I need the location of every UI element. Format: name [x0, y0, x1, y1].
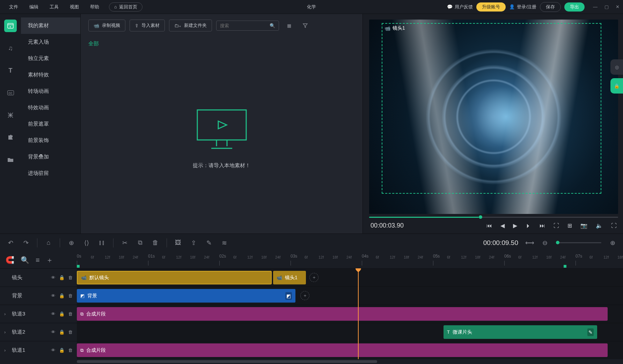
- category-item[interactable]: 前景遮罩: [21, 116, 80, 132]
- ruler-marker[interactable]: [564, 265, 566, 268]
- visibility-icon[interactable]: 👁: [51, 311, 56, 317]
- lock-icon[interactable]: 🔒: [59, 329, 65, 335]
- lock-icon[interactable]: 🔒: [59, 348, 65, 353]
- clip[interactable]: 📹默认镜头: [77, 271, 272, 284]
- grid-view-icon[interactable]: ▦: [283, 20, 295, 31]
- target-tool-icon[interactable]: ◎: [610, 59, 623, 75]
- rail-pattern-icon[interactable]: [4, 109, 17, 121]
- search-icon[interactable]: 🔍: [270, 23, 275, 28]
- expand-icon[interactable]: ›: [4, 348, 8, 353]
- category-item[interactable]: 转场动画: [21, 83, 80, 99]
- track-content[interactable]: 📹默认镜头📹镜头1＋: [77, 269, 623, 287]
- import-button[interactable]: ⇧导入素材: [130, 20, 165, 31]
- clip-end-icon[interactable]: ◩: [285, 292, 292, 300]
- visibility-icon[interactable]: 👁: [51, 275, 56, 280]
- crop-icon[interactable]: ✂: [120, 239, 129, 247]
- redo-icon[interactable]: ↷: [22, 239, 30, 247]
- fit-width-icon[interactable]: ⟷: [525, 239, 534, 247]
- category-item[interactable]: 独立元素: [21, 50, 80, 67]
- marker-icon[interactable]: ⌂: [44, 239, 53, 246]
- upgrade-button[interactable]: 升级账号: [476, 2, 506, 12]
- snapshot-icon[interactable]: 📷: [580, 222, 587, 229]
- grid-icon[interactable]: ⊞: [567, 222, 572, 229]
- fit-icon[interactable]: ⛶: [554, 223, 559, 229]
- login-button[interactable]: 👤 登录/注册: [509, 4, 536, 10]
- filter-all[interactable]: 全部: [88, 40, 99, 46]
- clip-end-icon[interactable]: ✎: [587, 328, 594, 336]
- track-settings-icon[interactable]: ≡: [36, 256, 40, 264]
- filter-icon[interactable]: [299, 20, 311, 31]
- save-button[interactable]: 保存: [540, 2, 561, 12]
- track-content[interactable]: ⧉合成片段: [77, 305, 623, 323]
- undo-icon[interactable]: ↶: [6, 239, 15, 247]
- preview-canvas[interactable]: 📹镜头1: [369, 20, 618, 214]
- trash-icon[interactable]: 🗑: [68, 329, 73, 335]
- clip[interactable]: ⧉合成片段: [77, 343, 608, 357]
- export-clip-icon[interactable]: ⇪: [189, 239, 198, 247]
- visibility-icon[interactable]: 👁: [51, 293, 56, 298]
- search-track-icon[interactable]: 🔍: [21, 256, 29, 264]
- magnet-icon[interactable]: 🧲: [6, 256, 14, 264]
- feedback-button[interactable]: 💬 用户反馈: [447, 4, 473, 10]
- visibility-icon[interactable]: 👁: [51, 348, 56, 353]
- zoom-handle[interactable]: [556, 241, 559, 244]
- add-track-icon[interactable]: ＋: [46, 255, 53, 265]
- trash-icon[interactable]: 🗑: [68, 275, 73, 280]
- lock-icon[interactable]: 🔒: [59, 311, 65, 317]
- home-button[interactable]: ⌂ 返回首页: [109, 2, 142, 12]
- rail-folder-icon[interactable]: [4, 154, 17, 166]
- menu-file[interactable]: 文件: [3, 2, 24, 12]
- track-content[interactable]: ◩背景◩＋: [77, 287, 623, 305]
- scroll-thumb[interactable]: [77, 360, 377, 363]
- clip[interactable]: 📹镜头1: [273, 271, 306, 284]
- lock-tool-icon[interactable]: 🔒: [610, 78, 623, 94]
- menu-edit[interactable]: 编辑: [24, 2, 44, 12]
- category-item[interactable]: 素材特效: [21, 67, 80, 83]
- scrub-bar[interactable]: [369, 217, 618, 218]
- volume-icon[interactable]: 🔈: [596, 222, 603, 229]
- trash-icon[interactable]: 🗑: [68, 311, 73, 317]
- zoom-in-icon[interactable]: ⊕: [608, 239, 617, 247]
- locate-icon[interactable]: ⊕: [67, 239, 75, 247]
- visibility-icon[interactable]: 👁: [51, 329, 56, 335]
- rail-music-icon[interactable]: ♫: [4, 42, 17, 54]
- menu-tools[interactable]: 工具: [44, 2, 64, 12]
- track-content[interactable]: T微课片头✎: [77, 323, 623, 341]
- selection-box[interactable]: 📹镜头1: [382, 23, 601, 194]
- search-input[interactable]: [220, 23, 267, 28]
- category-item[interactable]: 元素入场: [21, 34, 80, 50]
- record-button[interactable]: 📹录制视频: [88, 20, 125, 31]
- minimize-icon[interactable]: —: [593, 4, 598, 9]
- menu-view[interactable]: 视图: [64, 2, 85, 12]
- rail-caption-icon[interactable]: cc: [4, 87, 17, 99]
- rail-text-icon[interactable]: T: [4, 64, 17, 77]
- image-icon[interactable]: 🖼: [174, 239, 182, 246]
- track-content[interactable]: ⧉合成片段: [77, 341, 623, 359]
- expand-icon[interactable]: ›: [4, 329, 8, 335]
- rail-media-icon[interactable]: [4, 20, 17, 32]
- next-frame-icon[interactable]: ⏵: [526, 223, 531, 229]
- bracket-icon[interactable]: ⟨⟩: [82, 239, 91, 247]
- expand-icon[interactable]: ›: [4, 311, 8, 317]
- trash-icon[interactable]: 🗑: [68, 348, 73, 353]
- add-clip-button[interactable]: ＋: [309, 273, 318, 282]
- fullscreen-icon[interactable]: ⛶: [611, 223, 617, 229]
- close-icon[interactable]: ✕: [616, 4, 620, 9]
- clip[interactable]: T微课片头✎: [444, 325, 597, 339]
- copy-icon[interactable]: ⧉: [136, 239, 144, 246]
- rail-puzzle-icon[interactable]: [4, 131, 17, 144]
- ruler-marker[interactable]: [77, 265, 80, 268]
- category-item[interactable]: 我的素材: [21, 17, 80, 34]
- lock-icon[interactable]: 🔒: [59, 293, 65, 298]
- search-box[interactable]: 🔍: [216, 21, 279, 31]
- maximize-icon[interactable]: ▢: [604, 4, 609, 9]
- edit-icon[interactable]: ✎: [205, 239, 213, 247]
- newfolder-button[interactable]: 🗀₊新建文件夹: [169, 20, 212, 31]
- zoom-slider[interactable]: [556, 242, 601, 243]
- delete-icon[interactable]: 🗑: [151, 239, 160, 246]
- menu-help[interactable]: 帮助: [85, 2, 105, 12]
- clip[interactable]: ⧉合成片段: [77, 307, 608, 321]
- prev-frame-icon[interactable]: ◀: [500, 222, 505, 229]
- trash-icon[interactable]: 🗑: [68, 293, 73, 298]
- category-item[interactable]: 背景叠加: [21, 149, 80, 165]
